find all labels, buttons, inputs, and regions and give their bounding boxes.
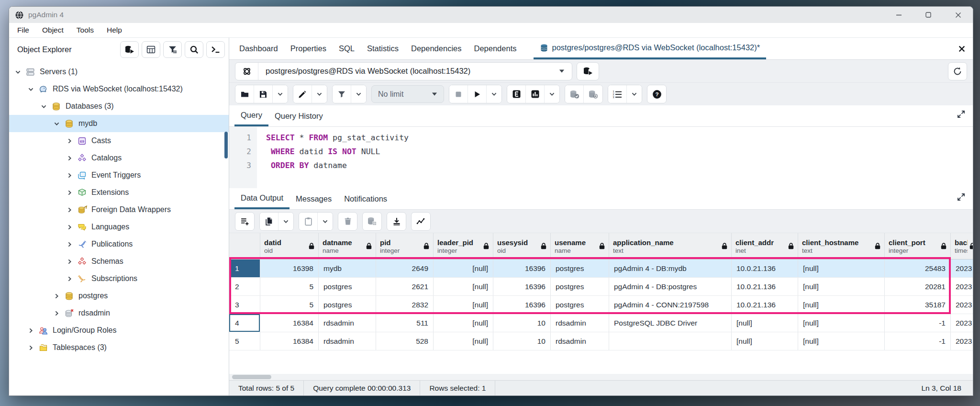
tab-statistics[interactable]: Statistics xyxy=(361,38,405,59)
cancel-query-button[interactable] xyxy=(449,85,468,103)
chevron-right-icon[interactable] xyxy=(65,259,74,265)
copy-button[interactable] xyxy=(260,213,278,230)
cell-back[interactable]: 2023 xyxy=(951,296,973,314)
chevron-down-icon[interactable] xyxy=(26,86,35,92)
column-header-datid[interactable]: datidoid xyxy=(260,233,319,259)
copy-dropdown[interactable] xyxy=(278,213,293,230)
tree-item-rds-via-websocket-localhost-15432[interactable]: RDS via WebSocket (localhost:15432) xyxy=(9,80,229,98)
cell-back[interactable]: 2023 xyxy=(951,259,973,277)
chevron-right-icon[interactable] xyxy=(65,190,74,196)
cell-usename[interactable]: rdsadmin xyxy=(551,314,609,332)
cell-datname[interactable]: postgres xyxy=(319,296,376,314)
edit-dropdown[interactable] xyxy=(312,85,327,103)
cell-client-port[interactable]: -1 xyxy=(885,314,951,332)
chevron-right-icon[interactable] xyxy=(52,310,61,316)
cell-client-port[interactable]: -1 xyxy=(885,332,951,350)
graph-visualiser-button[interactable] xyxy=(412,213,430,230)
tab-query[interactable]: Query xyxy=(234,105,268,126)
tab-query-tool-active[interactable]: postgres/postgres@RDS via WebSocket (loc… xyxy=(534,38,767,59)
connection-select[interactable]: postgres/postgres@RDS via WebSocket (loc… xyxy=(235,62,572,80)
cell-usesysid[interactable]: 10 xyxy=(493,332,551,350)
tab-messages[interactable]: Messages xyxy=(290,188,338,209)
filtered-rows-button[interactable] xyxy=(163,41,182,58)
row-number[interactable]: 4 xyxy=(229,314,260,332)
cell-client-hostname[interactable]: [null] xyxy=(798,314,885,332)
menu-tools[interactable]: Tools xyxy=(77,26,94,34)
paste-dropdown[interactable] xyxy=(318,213,333,230)
cell-datname[interactable]: mydb xyxy=(319,259,376,277)
chevron-right-icon[interactable] xyxy=(65,172,74,179)
tree-item-login-group-roles[interactable]: Login/Group Roles xyxy=(9,322,229,339)
tab-dependents[interactable]: Dependents xyxy=(468,38,523,59)
cell-client-hostname[interactable]: [null] xyxy=(798,296,885,314)
minimize-button[interactable] xyxy=(884,7,913,23)
menu-file[interactable]: File xyxy=(17,26,29,34)
cell-client-hostname[interactable]: [null] xyxy=(798,332,885,350)
column-header-client-hostname[interactable]: client_hostnametext xyxy=(798,233,885,259)
chevron-down-icon[interactable] xyxy=(52,121,61,127)
macros-dropdown[interactable] xyxy=(627,85,642,103)
expand-icon[interactable] xyxy=(957,193,965,201)
cell-pid[interactable]: 2649 xyxy=(376,259,434,277)
cell-usename[interactable]: postgres xyxy=(551,278,609,295)
cell-client-addr[interactable]: [null] xyxy=(732,332,798,350)
table-row[interactable]: 416384rdsadmin511[null]10rdsadminPostgre… xyxy=(229,314,973,332)
table-row[interactable]: 116398mydb2649[null]16396postgrespgAdmin… xyxy=(229,259,973,278)
cell-usesysid[interactable]: 10 xyxy=(493,314,551,332)
column-header-usename[interactable]: usenamename xyxy=(551,233,609,259)
quick-connect-button[interactable] xyxy=(120,41,139,58)
cell-client-addr[interactable]: 10.0.21.136 xyxy=(732,278,798,295)
cell-application-name[interactable]: pgAdmin 4 - CONN:2197598 xyxy=(609,296,732,314)
tab-query-history[interactable]: Query History xyxy=(268,105,329,126)
tree-item-foreign-data-wrappers[interactable]: Foreign Data Wrappers xyxy=(9,201,229,218)
cell-datid[interactable]: 16384 xyxy=(260,332,319,350)
cell-leader-pid[interactable]: [null] xyxy=(434,296,493,314)
cell-pid[interactable]: 511 xyxy=(376,314,434,332)
refresh-button[interactable] xyxy=(948,62,967,80)
cell-leader-pid[interactable]: [null] xyxy=(434,332,493,350)
filter-button[interactable] xyxy=(333,85,351,103)
cell-client-hostname[interactable]: [null] xyxy=(798,278,885,295)
help-button[interactable]: ? xyxy=(647,85,666,103)
explain-dropdown[interactable] xyxy=(545,85,559,103)
chevron-right-icon[interactable] xyxy=(26,345,35,351)
execute-dropdown[interactable] xyxy=(487,85,501,103)
tree-item-event-triggers[interactable]: Event Triggers xyxy=(9,167,229,184)
tab-notifications[interactable]: Notifications xyxy=(338,188,393,209)
cell-client-port[interactable]: 35187 xyxy=(885,296,951,314)
column-header-client-port[interactable]: client_portinteger xyxy=(885,233,951,259)
column-header-pid[interactable]: pidinteger xyxy=(376,233,434,259)
cell-datname[interactable]: rdsadmin xyxy=(319,314,376,332)
tab-sql[interactable]: SQL xyxy=(333,38,361,59)
cell-datname[interactable]: postgres xyxy=(319,278,376,295)
new-connection-button[interactable] xyxy=(577,62,599,80)
cell-client-addr[interactable]: [null] xyxy=(732,314,798,332)
expand-icon[interactable] xyxy=(957,110,965,118)
chevron-down-icon[interactable] xyxy=(13,69,22,75)
row-number[interactable]: 1 xyxy=(229,259,260,277)
delete-rows-button[interactable] xyxy=(338,213,357,230)
tree-scrollbar-thumb[interactable] xyxy=(224,132,228,158)
row-number[interactable]: 3 xyxy=(229,296,260,314)
row-limit-select[interactable]: No limit xyxy=(371,85,444,103)
cell-usename[interactable]: rdsadmin xyxy=(551,332,609,350)
execute-button[interactable] xyxy=(468,85,487,103)
tree-item-publications[interactable]: Publications xyxy=(9,236,229,253)
maximize-button[interactable] xyxy=(913,7,943,23)
menu-object[interactable]: Object xyxy=(42,26,64,34)
cell-datid[interactable]: 5 xyxy=(260,278,319,295)
column-header-usesysid[interactable]: usesysidoid xyxy=(493,233,551,259)
row-number[interactable]: 5 xyxy=(229,332,260,350)
scrollbar-thumb[interactable] xyxy=(232,375,271,379)
tab-properties[interactable]: Properties xyxy=(284,38,333,59)
chevron-right-icon[interactable] xyxy=(65,138,74,144)
chevron-right-icon[interactable] xyxy=(52,293,61,299)
chevron-right-icon[interactable] xyxy=(26,327,35,334)
column-header-back[interactable]: backtimes xyxy=(951,233,973,259)
cell-datid[interactable]: 16384 xyxy=(260,314,319,332)
chevron-right-icon[interactable] xyxy=(65,207,74,213)
download-button[interactable] xyxy=(387,213,406,230)
cell-usename[interactable]: postgres xyxy=(551,296,609,314)
sql-editor[interactable]: 123 SELECT * FROM pg_stat_activity WHERE… xyxy=(229,127,973,188)
tree-item-databases-3[interactable]: Databases (3) xyxy=(9,98,229,115)
